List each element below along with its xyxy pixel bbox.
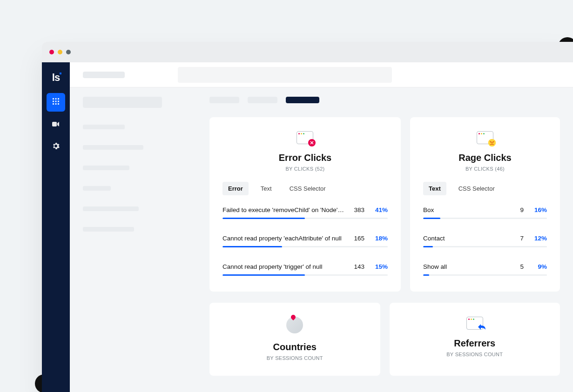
row-count: 143: [351, 263, 364, 270]
tab-placeholder[interactable]: [209, 97, 239, 103]
video-camera-icon: [52, 120, 60, 129]
row-label: Cannot read property 'eachAttribute' of …: [222, 235, 344, 242]
progress-track: [423, 274, 547, 276]
card-subtitle: BY CLICKS (52): [222, 166, 388, 172]
sidebar-item-apps[interactable]: [47, 93, 65, 112]
progress-fill: [423, 218, 440, 219]
progress-track: [222, 274, 388, 276]
close-window-button[interactable]: [49, 50, 54, 54]
progress-track: [222, 218, 388, 219]
data-row[interactable]: Failed to execute 'removeChild' on 'Node…: [222, 206, 388, 219]
data-row[interactable]: Cannot read property 'eachAttribute' of …: [222, 235, 388, 247]
svg-rect-1: [55, 98, 57, 100]
tab-placeholder[interactable]: [83, 97, 162, 108]
breadcrumb-placeholder: [83, 72, 125, 78]
row-label: Contact: [423, 235, 503, 242]
svg-rect-4: [55, 101, 57, 102]
countries-icon: [286, 317, 303, 333]
list-item[interactable]: [83, 125, 125, 129]
top-header: [70, 62, 573, 87]
filter-list: [83, 125, 196, 232]
filter-tabs: Error Text CSS Selector: [222, 182, 388, 195]
row-label: Cannot read property 'trigger' of null: [222, 263, 344, 270]
left-panel: [70, 87, 209, 392]
grid-apps-icon: [52, 98, 60, 107]
search-input-placeholder[interactable]: [178, 67, 392, 83]
row-count: 7: [510, 235, 524, 242]
data-row[interactable]: Box 9 16%: [423, 206, 547, 219]
data-row[interactable]: Show all 5 9%: [423, 263, 547, 276]
sidebar-nav: ls: [42, 62, 70, 392]
svg-rect-3: [53, 101, 54, 102]
tab-placeholder[interactable]: [248, 97, 277, 103]
progress-fill: [423, 274, 429, 276]
brand-logo: ls: [52, 68, 60, 91]
data-row[interactable]: Contact 7 12%: [423, 235, 547, 247]
app-window: ls: [42, 42, 573, 392]
progress-fill: [222, 218, 305, 219]
card-countries: Countries BY SESSIONS COUNT: [209, 303, 380, 376]
list-item[interactable]: [83, 206, 139, 211]
card-subtitle: BY SESSIONS COUNT: [222, 355, 367, 361]
sidebar-item-recordings[interactable]: [47, 115, 65, 134]
svg-rect-6: [53, 103, 54, 105]
reply-arrow-icon: [478, 324, 486, 332]
referrers-icon: [466, 317, 483, 330]
minimize-window-button[interactable]: [58, 50, 62, 54]
card-error-clicks: Error Clicks BY CLICKS (52) Error Text C…: [209, 117, 401, 292]
card-title: Referrers: [403, 338, 547, 349]
rage-clicks-icon: [477, 131, 493, 144]
globe-icon: [286, 317, 303, 333]
row-count: 9: [510, 206, 524, 213]
row-percent: 16%: [530, 206, 547, 213]
card-title: Countries: [222, 342, 367, 352]
card-subtitle: BY SESSIONS COUNT: [403, 352, 547, 357]
filter-tab-css[interactable]: CSS Selector: [284, 182, 331, 195]
progress-fill: [222, 246, 282, 247]
svg-rect-9: [52, 122, 57, 126]
svg-rect-2: [58, 98, 59, 100]
row-count: 383: [351, 206, 364, 213]
list-item[interactable]: [83, 186, 111, 191]
gear-icon: [52, 142, 60, 152]
error-badge-icon: [308, 139, 316, 146]
svg-rect-5: [58, 101, 59, 102]
row-percent: 15%: [371, 263, 388, 270]
card-rage-clicks: Rage Clicks BY CLICKS (46) Text CSS Sele…: [410, 117, 560, 292]
tab-placeholder-active[interactable]: [286, 97, 319, 103]
row-count: 165: [351, 235, 364, 242]
data-row[interactable]: Cannot read property 'trigger' of null 1…: [222, 263, 388, 276]
row-count: 5: [510, 263, 524, 270]
svg-rect-0: [53, 98, 54, 100]
filter-tab-css[interactable]: CSS Selector: [453, 182, 500, 195]
progress-fill: [423, 246, 433, 247]
maximize-window-button[interactable]: [66, 50, 71, 54]
progress-fill: [222, 274, 305, 276]
list-item[interactable]: [83, 227, 134, 232]
filter-tabs: Text CSS Selector: [423, 182, 547, 195]
svg-rect-7: [55, 103, 57, 105]
svg-point-10: [488, 139, 496, 146]
svg-point-12: [492, 142, 493, 143]
view-tabs: [83, 97, 196, 108]
progress-track: [222, 246, 388, 247]
row-label: Box: [423, 206, 503, 213]
filter-tab-error[interactable]: Error: [222, 182, 249, 195]
card-referrers: Referrers BY SESSIONS COUNT: [390, 303, 560, 376]
window-titlebar: [42, 42, 573, 62]
row-percent: 9%: [530, 263, 547, 270]
card-title: Error Clicks: [222, 153, 388, 163]
sidebar-item-settings[interactable]: [47, 138, 65, 156]
map-pin-icon: [290, 314, 297, 320]
card-subtitle: BY CLICKS (46): [423, 166, 547, 172]
row-percent: 12%: [530, 235, 547, 242]
card-title: Rage Clicks: [423, 153, 547, 163]
filter-tab-text[interactable]: Text: [255, 182, 277, 195]
error-clicks-icon: [297, 131, 313, 144]
list-item[interactable]: [83, 166, 129, 170]
svg-point-11: [491, 142, 492, 143]
dashboard-cards: Error Clicks BY CLICKS (52) Error Text C…: [209, 87, 573, 392]
svg-rect-8: [58, 103, 59, 105]
list-item[interactable]: [83, 145, 143, 150]
filter-tab-text[interactable]: Text: [423, 182, 446, 195]
